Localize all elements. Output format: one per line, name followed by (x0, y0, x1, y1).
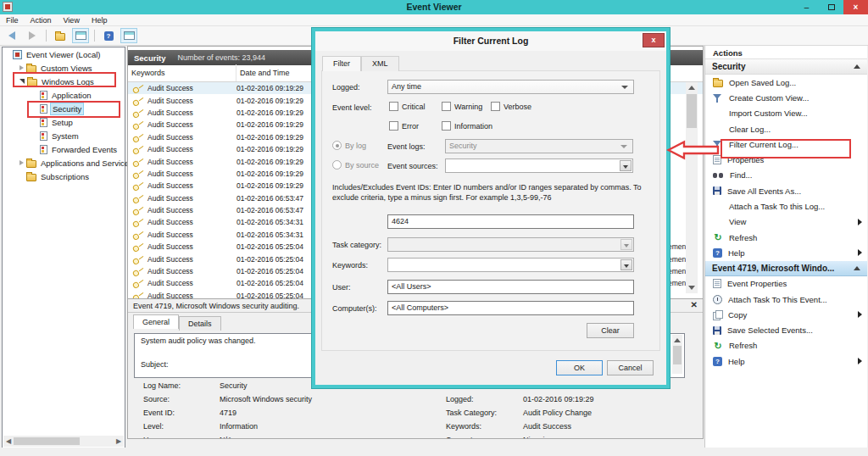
back-button[interactable] (3, 28, 20, 43)
action-item-label: Create Custom View... (729, 93, 809, 103)
actions-section-header[interactable]: Event 4719, Microsoft Windo... (705, 261, 867, 276)
keywords-combobox[interactable] (387, 258, 634, 272)
dialog-close-button[interactable]: x (643, 33, 665, 47)
column-header-keywords[interactable]: Keywords (128, 64, 236, 81)
checkbox-error[interactable]: Error (389, 121, 419, 131)
action-item-copy[interactable]: Copy (705, 307, 867, 322)
checkbox-critical[interactable]: Critical (389, 102, 426, 111)
action-item-event-properties[interactable]: Event Properties (705, 276, 867, 292)
datetime-cell: 01-02-2016 05:34:31 (236, 218, 303, 226)
action-item-open-saved-log[interactable]: Open Saved Log... (705, 75, 867, 90)
dropdown-button[interactable] (620, 160, 632, 171)
action-item-save-selected-events[interactable]: Save Selected Events... (705, 322, 867, 337)
action-item-import-custom-view[interactable]: Import Custom View... (705, 106, 867, 121)
keyword-cell: Audit Success (147, 133, 232, 142)
action-item-refresh[interactable]: Refresh (705, 230, 867, 245)
tab-filter[interactable]: Filter (322, 56, 361, 71)
checkbox-warning[interactable]: Warning (442, 102, 482, 111)
open-saved-log-button[interactable] (52, 28, 69, 43)
open-folder-icon (55, 33, 65, 41)
datetime-cell: 01-02-2016 06:53:47 (236, 206, 303, 214)
dropdown-button[interactable] (620, 259, 632, 270)
actions-section-header[interactable]: Security (705, 59, 867, 75)
menu-help[interactable]: Help (86, 16, 114, 25)
expander-icon[interactable] (19, 65, 24, 70)
forward-icon (29, 31, 36, 40)
scroll-thumb[interactable] (14, 437, 80, 445)
window-title: Event Viewer (0, 2, 868, 12)
action-item-attach-task-to-this-event[interactable]: Attach Task To This Event... (705, 292, 867, 307)
sidebar-item-applications-and-services-lo[interactable]: Applications and Services Lo (3, 156, 125, 170)
spacer (713, 125, 723, 134)
sidebar-item-forwarded-events[interactable]: Forwarded Events (3, 142, 125, 156)
action-item-create-custom-view[interactable]: Create Custom View... (705, 90, 867, 105)
user-input[interactable]: <All Users> (387, 280, 634, 294)
action-item-label: Refresh (729, 233, 757, 242)
menu-file[interactable]: File (0, 16, 25, 25)
collapse-icon[interactable] (854, 64, 860, 69)
sidebar-item-system[interactable]: System (3, 129, 125, 142)
by-log-radio[interactable]: By log (332, 141, 366, 150)
help-button[interactable] (100, 28, 117, 43)
key-icon (131, 118, 145, 131)
title-bar: Event Viewer – × (0, 0, 868, 14)
clear-button[interactable]: Clear (587, 323, 634, 338)
cancel-button[interactable]: Cancel (607, 360, 654, 375)
scroll-right-icon[interactable]: ▶ (114, 436, 124, 447)
checkbox-icon (442, 102, 451, 111)
event-list-scrollbar[interactable] (686, 82, 698, 293)
expander-icon[interactable] (19, 160, 24, 165)
scroll-thumb[interactable] (687, 94, 697, 128)
preview-close-icon[interactable]: ✕ (691, 300, 698, 309)
field-label: Computer: (446, 436, 481, 439)
sidebar-item-event-viewer-local-[interactable]: Event Viewer (Local) (3, 47, 125, 61)
action-item-refresh[interactable]: Refresh (705, 338, 867, 353)
action-item-clear-log[interactable]: Clear Log... (705, 121, 867, 136)
log-icon (40, 131, 47, 141)
computer-input[interactable]: <All Computers> (387, 301, 634, 315)
properties-button[interactable] (72, 28, 89, 43)
event-ids-input[interactable]: 4624 (387, 214, 634, 229)
sidebar-item-subscriptions[interactable]: Subscriptions (3, 170, 125, 183)
action-item-label: Help (728, 248, 745, 258)
tab-general[interactable]: General (133, 314, 179, 329)
scroll-left-icon[interactable]: ◀ (3, 436, 14, 447)
by-source-radio[interactable]: By source (332, 160, 379, 170)
tab-details[interactable]: Details (179, 316, 221, 331)
restore-button[interactable] (819, 0, 843, 14)
keyword-cell: Audit Success (147, 206, 232, 214)
checkbox-icon (389, 121, 398, 131)
computer-label: Computer(s): (332, 304, 377, 313)
ok-button[interactable]: OK (556, 360, 603, 375)
keyword-cell: Audit Success (147, 120, 232, 129)
action-item-attach-a-task-to-this-log[interactable]: Attach a Task To this Log... (705, 198, 867, 214)
action-item-find[interactable]: Find... (705, 168, 867, 183)
event-sources-combobox[interactable] (445, 158, 633, 173)
logged-combobox[interactable]: Any time (387, 80, 634, 94)
description-scrollbar[interactable] (672, 335, 682, 374)
action-item-help[interactable]: Help (705, 353, 867, 369)
tab-xml[interactable]: XML (361, 56, 399, 71)
scroll-down-icon[interactable] (688, 286, 695, 290)
menu-action[interactable]: Action (25, 16, 58, 25)
tree-horizontal-scrollbar[interactable]: ◀ ▶ (3, 436, 124, 447)
menu-view[interactable]: View (58, 16, 86, 25)
forward-button[interactable] (24, 28, 41, 43)
folder-icon (26, 160, 36, 168)
checkbox-information[interactable]: Information (442, 121, 492, 131)
actions-panel: Actions SecurityOpen Saved Log...Create … (704, 46, 867, 448)
minimize-button[interactable]: – (794, 0, 819, 14)
scroll-up-icon[interactable] (688, 86, 695, 90)
sidebar-item-application[interactable]: Application (3, 88, 125, 102)
keyword-cell: Audit Success (147, 279, 232, 287)
tree-item-label: Setup (50, 117, 75, 128)
action-item-help[interactable]: Help (705, 245, 867, 260)
field-value: 4719 (220, 409, 236, 417)
collapse-icon[interactable] (854, 266, 860, 270)
action-item-save-all-events-as[interactable]: Save All Events As... (705, 183, 867, 198)
action-item-view[interactable]: View (705, 214, 867, 230)
close-button[interactable]: × (843, 0, 868, 14)
checkbox-verbose[interactable]: Verbose (491, 102, 531, 111)
field-value: Security (220, 381, 248, 390)
show-preview-pane-button[interactable] (120, 28, 137, 43)
